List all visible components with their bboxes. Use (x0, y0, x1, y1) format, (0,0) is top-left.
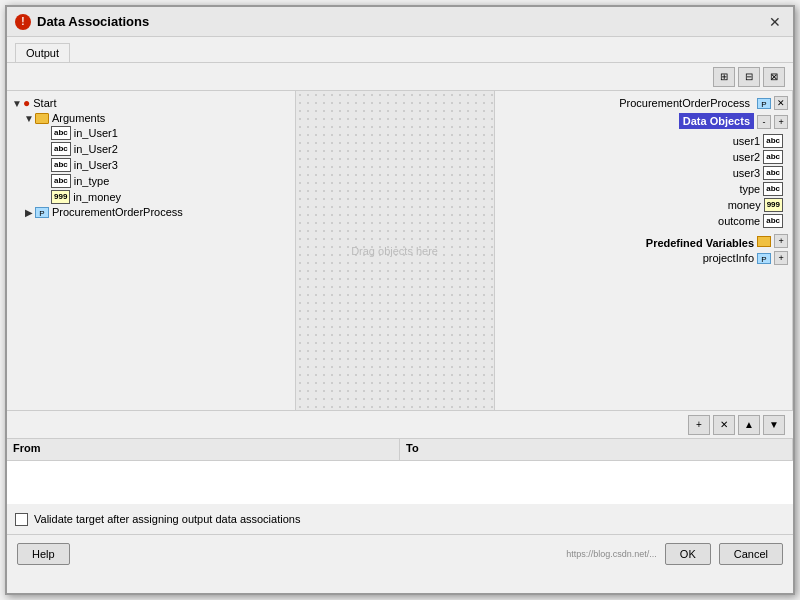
type-badge-abc: abc (51, 158, 71, 172)
right-item-type[interactable]: type abc (503, 181, 788, 197)
move-up-btn[interactable]: ▲ (738, 415, 760, 435)
start-icon: ● (23, 96, 30, 110)
type-badge-999: 999 (51, 190, 70, 204)
right-panel: ProcurementOrderProcess P ✕ Data Objects… (495, 91, 793, 410)
argument-items: abc in_User1 abc in_User2 abc in_User3 (23, 125, 291, 205)
right-title-row: ProcurementOrderProcess P ✕ (499, 95, 788, 111)
right-badge-outcome: abc (763, 214, 783, 228)
procurement-group: ▶ P ProcurementOrderProcess (11, 205, 291, 219)
toolbar-btn-2[interactable]: ⊟ (738, 67, 760, 87)
data-objects-row: Data Objects - + (499, 113, 788, 131)
toggle-start[interactable]: ▼ (11, 98, 23, 109)
add-mapping-btn[interactable]: + (688, 415, 710, 435)
arguments-label: Arguments (52, 112, 105, 124)
right-buttons: https://blog.csdn.net/... OK Cancel (566, 543, 783, 565)
from-col-header: From (7, 439, 400, 460)
right-item-outcome-label: outcome (718, 215, 760, 227)
project-info-expand[interactable]: + (774, 251, 788, 265)
tree-node-procurement[interactable]: ▶ P ProcurementOrderProcess (23, 205, 291, 219)
right-item-type-label: type (739, 183, 760, 195)
mapping-body (7, 461, 793, 504)
right-item-user3[interactable]: user3 abc (503, 165, 788, 181)
dialog-title: Data Associations (37, 14, 149, 29)
right-item-user1[interactable]: user1 abc (503, 133, 788, 149)
help-button[interactable]: Help (17, 543, 70, 565)
process-icon: P (35, 207, 49, 218)
toolbar: ⊞ ⊟ ⊠ (7, 63, 793, 91)
toolbar-btn-3[interactable]: ⊠ (763, 67, 785, 87)
right-badge-type: abc (763, 182, 783, 196)
move-down-btn[interactable]: ▼ (763, 415, 785, 435)
right-item-user2[interactable]: user2 abc (503, 149, 788, 165)
right-item-user3-label: user3 (733, 167, 761, 179)
item-label-in_user1: in_User1 (74, 127, 118, 139)
item-label-in_type: in_type (74, 175, 109, 187)
right-item-money-label: money (728, 199, 761, 211)
toggle-procurement[interactable]: ▶ (23, 207, 35, 218)
validate-row: Validate target after assigning output d… (7, 504, 793, 534)
tab-bar: Output (7, 37, 793, 63)
ok-button[interactable]: OK (665, 543, 711, 565)
project-info-row: projectInfo P + (499, 251, 788, 265)
tree-node-start[interactable]: ▼ ● Start (11, 95, 291, 111)
tab-output[interactable]: Output (15, 43, 70, 62)
type-badge-abc: abc (51, 126, 71, 140)
validate-checkbox[interactable] (15, 513, 28, 526)
right-badge-user2: abc (763, 150, 783, 164)
data-objects-expand[interactable]: + (774, 115, 788, 129)
dialog: ! Data Associations ✕ Output ⊞ ⊟ ⊠ ▼ ● S… (5, 5, 795, 595)
mapping-header: From To (7, 439, 793, 461)
data-objects-header: Data Objects (679, 113, 754, 129)
tree-item-in_user2[interactable]: abc in_User2 (39, 141, 291, 157)
predefined-expand[interactable]: + (774, 234, 788, 248)
folder-icon-arguments (35, 113, 49, 124)
item-label-in_user3: in_User3 (74, 159, 118, 171)
start-label: Start (33, 97, 56, 109)
middle-panel: Drag objects here ◀ ◀ ▼ (296, 91, 495, 410)
predefined-folder-icon (757, 236, 771, 247)
right-item-user2-label: user2 (733, 151, 761, 163)
tree-node-arguments[interactable]: ▼ Arguments (23, 111, 291, 125)
arguments-group: ▼ Arguments abc in_User1 abc in_User2 (11, 111, 291, 205)
to-col-header: To (400, 439, 793, 460)
tree-item-in_user3[interactable]: abc in_User3 (39, 157, 291, 173)
validate-label: Validate target after assigning output d… (34, 513, 300, 525)
title-bar-left: ! Data Associations (15, 14, 149, 30)
main-content: ▼ ● Start ▼ Arguments abc in_User1 (7, 91, 793, 411)
right-badge-user3: abc (763, 166, 783, 180)
right-process-title: ProcurementOrderProcess (615, 95, 754, 111)
predefined-header: Predefined Variables (646, 237, 754, 249)
item-label-in_money: in_money (73, 191, 121, 203)
app-icon: ! (15, 14, 31, 30)
right-badge-user1: abc (763, 134, 783, 148)
drag-placeholder: Drag objects here (351, 245, 438, 257)
mapping-table: From To (7, 439, 793, 504)
type-badge-abc: abc (51, 142, 71, 156)
predefined-row: Predefined Variables + (499, 233, 788, 249)
data-objects-toggle[interactable]: - (757, 115, 771, 129)
right-item-user1-label: user1 (733, 135, 761, 147)
right-panel-close[interactable]: ✕ (774, 96, 788, 110)
right-badge-money: 999 (764, 198, 783, 212)
left-panel: ▼ ● Start ▼ Arguments abc in_User1 (7, 91, 296, 410)
cancel-button[interactable]: Cancel (719, 543, 783, 565)
item-label-in_user2: in_User2 (74, 143, 118, 155)
tree-item-in_money[interactable]: 999 in_money (39, 189, 291, 205)
project-info-icon: P (757, 253, 771, 264)
data-object-items: user1 abc user2 abc user3 abc type abc (499, 133, 788, 229)
remove-mapping-btn[interactable]: ✕ (713, 415, 735, 435)
close-button[interactable]: ✕ (765, 12, 785, 32)
toolbar-btn-1[interactable]: ⊞ (713, 67, 735, 87)
tree-item-in_user1[interactable]: abc in_User1 (39, 125, 291, 141)
tree-item-in_type[interactable]: abc in_type (39, 173, 291, 189)
right-item-money[interactable]: money 999 (503, 197, 788, 213)
right-item-outcome[interactable]: outcome abc (503, 213, 788, 229)
toggle-arguments[interactable]: ▼ (23, 113, 35, 124)
right-process-icon: P (757, 98, 771, 109)
right-panel-content: ProcurementOrderProcess P ✕ Data Objects… (495, 91, 792, 269)
bottom-buttons: Help https://blog.csdn.net/... OK Cancel (7, 534, 793, 572)
project-info-label: projectInfo (703, 252, 754, 264)
type-badge-abc: abc (51, 174, 71, 188)
watermark: https://blog.csdn.net/... (566, 549, 657, 559)
procurement-label: ProcurementOrderProcess (52, 206, 183, 218)
